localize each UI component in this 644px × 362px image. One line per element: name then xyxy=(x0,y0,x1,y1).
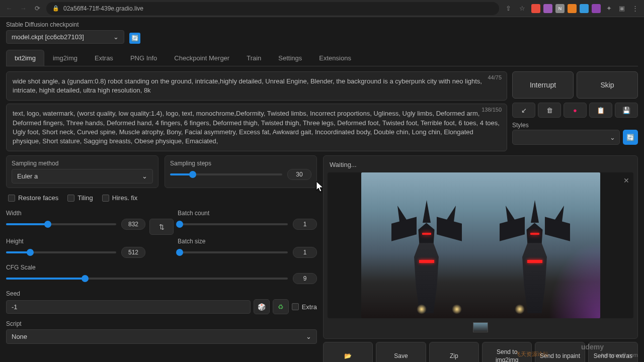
sampling-steps-label: Sampling steps xyxy=(170,160,311,167)
ext-icon-5[interactable] xyxy=(580,4,589,13)
negative-prompt-input[interactable]: 138/150 text, logo, watermark, (worst qu… xyxy=(6,104,507,151)
cfg-scale-label: CFG Scale xyxy=(6,264,317,271)
chevron-down-icon: ⌄ xyxy=(113,33,119,41)
chevron-down-icon: ⌄ xyxy=(306,333,311,340)
cfg-scale-value[interactable]: 9 xyxy=(293,273,317,284)
output-image-container: ✕ xyxy=(328,172,633,318)
extra-seed-checkbox[interactable]: Extra xyxy=(292,303,317,311)
restore-faces-checkbox[interactable]: Restore faces xyxy=(8,194,58,202)
trash-icon-button[interactable]: 🗑 xyxy=(538,103,561,118)
extensions: N ✦ ▣ ⋮ xyxy=(531,4,640,14)
checkpoint-label: Stable Diffusion checkpoint xyxy=(6,21,124,28)
output-image[interactable] xyxy=(361,172,600,318)
open-folder-button[interactable]: 📂 xyxy=(323,342,373,362)
tab-txt2img[interactable]: txt2img xyxy=(6,50,44,66)
reload-button[interactable]: ⟳ xyxy=(32,4,42,14)
interrupt-button[interactable]: Interrupt xyxy=(512,71,574,99)
sampling-method-label: Sampling method xyxy=(12,160,153,167)
batch-count-label: Batch count xyxy=(178,210,317,217)
output-thumbnail[interactable] xyxy=(473,322,488,332)
lock-icon: 🔒 xyxy=(52,5,59,12)
panel-icon[interactable]: ▣ xyxy=(617,4,627,14)
cfg-scale-slider[interactable] xyxy=(6,278,288,280)
watermark: feitianwu7.com xyxy=(601,352,638,358)
ext-icon-1[interactable] xyxy=(531,4,540,13)
random-seed-button[interactable]: 🎲 xyxy=(254,299,270,314)
back-button[interactable]: ← xyxy=(4,4,14,14)
zip-button[interactable]: Zip xyxy=(429,342,479,362)
tiling-checkbox[interactable]: Tiling xyxy=(67,194,93,202)
batch-count-slider[interactable] xyxy=(178,223,288,225)
save-button[interactable]: Save xyxy=(376,342,426,362)
styles-label: Styles xyxy=(512,122,532,129)
width-label: Width xyxy=(6,210,145,217)
forward-button[interactable]: → xyxy=(18,4,28,14)
address-bar[interactable]: 🔒 02a56ff4-71ff-439e.gradio.live xyxy=(46,2,499,15)
height-slider[interactable] xyxy=(6,251,116,253)
skip-button[interactable]: Skip xyxy=(577,71,638,99)
prompt-input[interactable]: 44/75 wide shot angle, a (gundam:0.8) ro… xyxy=(6,71,507,101)
seed-input[interactable]: -1 xyxy=(6,300,251,314)
tab-extensions[interactable]: Extensions xyxy=(310,50,360,66)
puzzle-icon[interactable]: ✦ xyxy=(604,4,614,14)
tab-pnginfo[interactable]: PNG Info xyxy=(122,50,166,66)
tab-settings[interactable]: Settings xyxy=(270,50,310,66)
tab-img2img[interactable]: img2img xyxy=(44,50,86,66)
ext-icon-6[interactable] xyxy=(592,4,601,13)
menu-icon[interactable]: ⋮ xyxy=(630,4,640,14)
clipboard-icon-button[interactable]: 📋 xyxy=(589,103,612,118)
url-text: 02a56ff4-71ff-439e.gradio.live xyxy=(63,5,143,12)
batch-size-value[interactable]: 1 xyxy=(293,247,317,258)
tab-train[interactable]: Train xyxy=(238,50,270,66)
share-icon[interactable]: ⇧ xyxy=(503,4,513,14)
refresh-checkpoint-button[interactable]: 🔄 xyxy=(129,33,140,44)
ext-icon-4[interactable] xyxy=(568,4,577,13)
sampling-steps-value[interactable]: 30 xyxy=(287,169,311,180)
batch-count-value[interactable]: 1 xyxy=(293,219,317,230)
batch-size-slider[interactable] xyxy=(178,251,288,253)
width-slider[interactable] xyxy=(6,223,116,225)
height-value[interactable]: 512 xyxy=(121,247,145,258)
swap-dimensions-button[interactable]: ⇅ xyxy=(149,219,174,235)
sampling-method-select[interactable]: Euler a ⌄ xyxy=(12,169,153,184)
prompt-token-count: 44/75 xyxy=(488,74,502,81)
watermark: udemy xyxy=(581,343,604,351)
output-status: Waiting... xyxy=(328,160,633,172)
chevron-down-icon: ⌄ xyxy=(610,134,615,141)
sampling-steps-slider[interactable] xyxy=(170,173,282,175)
width-value[interactable]: 832 xyxy=(121,219,145,230)
watermark: 飞天资源论坛 xyxy=(515,350,548,358)
styles-select[interactable]: ⌄ xyxy=(512,130,620,145)
height-label: Height xyxy=(6,238,145,245)
hires-fix-checkbox[interactable]: Hires. fix xyxy=(102,194,138,202)
chevron-down-icon: ⌄ xyxy=(142,172,147,180)
neg-prompt-token-count: 138/150 xyxy=(481,106,502,114)
reuse-seed-button[interactable]: ♻ xyxy=(273,299,289,314)
seed-label: Seed xyxy=(6,290,317,297)
tab-extras[interactable]: Extras xyxy=(86,50,122,66)
main-tabs: txt2img img2img Extras PNG Info Checkpoi… xyxy=(6,50,638,66)
apply-style-button[interactable]: 🔄 xyxy=(623,130,638,145)
star-icon[interactable]: ☆ xyxy=(517,4,527,14)
arrow-icon-button[interactable]: ↙ xyxy=(512,103,535,118)
checkpoint-select[interactable]: model.ckpt [cc6cb27103] ⌄ xyxy=(6,30,124,44)
save-style-icon-button[interactable]: 💾 xyxy=(615,103,638,118)
close-image-button[interactable]: ✕ xyxy=(623,176,629,185)
batch-size-label: Batch size xyxy=(178,238,317,245)
script-label: Script xyxy=(6,320,317,327)
tab-checkpoint-merger[interactable]: Checkpoint Merger xyxy=(166,50,238,66)
ext-icon-3[interactable]: N xyxy=(555,4,565,13)
ext-icon-2[interactable] xyxy=(543,4,552,13)
style-icon-button[interactable]: ● xyxy=(564,103,587,118)
script-select[interactable]: None ⌄ xyxy=(6,329,317,344)
